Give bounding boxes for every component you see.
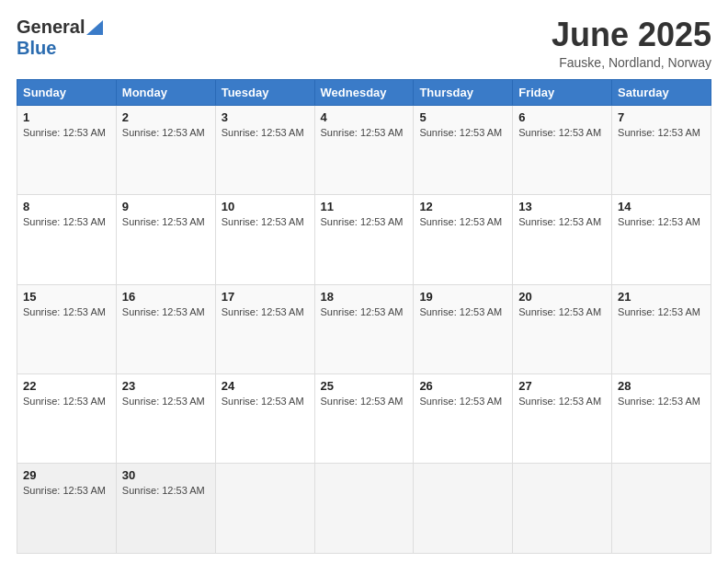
sunrise-time: Sunrise: 12:53 AM bbox=[122, 396, 205, 407]
calendar-cell: 8Sunrise: 12:53 AM bbox=[17, 195, 117, 284]
sunrise-time: Sunrise: 12:53 AM bbox=[419, 127, 502, 138]
logo-blue-text: Blue bbox=[17, 38, 56, 58]
sunrise-time: Sunrise: 12:53 AM bbox=[518, 216, 601, 227]
day-number: 18 bbox=[321, 290, 408, 304]
calendar-cell: 20Sunrise: 12:53 AM bbox=[513, 284, 612, 373]
calendar-cell bbox=[314, 464, 414, 554]
sunrise-time: Sunrise: 12:53 AM bbox=[618, 396, 700, 407]
day-number: 17 bbox=[222, 290, 309, 304]
sunrise-time: Sunrise: 12:53 AM bbox=[419, 306, 502, 317]
header-friday: Friday bbox=[513, 79, 612, 105]
title-area: June 2025 Fauske, Nordland, Norway bbox=[552, 17, 711, 70]
calendar-header: Sunday Monday Tuesday Wednesday Thursday… bbox=[17, 79, 711, 105]
day-number: 2 bbox=[122, 110, 210, 124]
calendar-cell bbox=[414, 464, 513, 554]
sunrise-time: Sunrise: 12:53 AM bbox=[518, 396, 601, 407]
day-number: 26 bbox=[419, 379, 506, 393]
calendar-cell: 10Sunrise: 12:53 AM bbox=[215, 195, 314, 284]
day-number: 8 bbox=[23, 200, 110, 213]
header-tuesday: Tuesday bbox=[215, 79, 314, 105]
location-subtitle: Fauske, Nordland, Norway bbox=[552, 55, 711, 70]
header: General Blue June 2025 Fauske, Nordland,… bbox=[17, 17, 711, 70]
day-number: 15 bbox=[23, 290, 110, 304]
header-sunday: Sunday bbox=[17, 79, 117, 105]
calendar-cell: 21Sunrise: 12:53 AM bbox=[612, 284, 711, 373]
calendar-body: 1Sunrise: 12:53 AM2Sunrise: 12:53 AM3Sun… bbox=[17, 105, 711, 553]
sunrise-time: Sunrise: 12:53 AM bbox=[321, 216, 404, 227]
weekday-header-row: Sunday Monday Tuesday Wednesday Thursday… bbox=[17, 79, 711, 105]
calendar-cell: 1Sunrise: 12:53 AM bbox=[17, 105, 117, 194]
week-row-3: 15Sunrise: 12:53 AM16Sunrise: 12:53 AM17… bbox=[17, 284, 711, 373]
day-number: 24 bbox=[222, 379, 309, 393]
sunrise-time: Sunrise: 12:53 AM bbox=[518, 127, 601, 138]
day-number: 12 bbox=[419, 200, 506, 213]
sunrise-time: Sunrise: 12:53 AM bbox=[618, 306, 700, 317]
day-number: 6 bbox=[518, 110, 606, 124]
calendar-cell: 29Sunrise: 12:53 AM bbox=[17, 464, 117, 554]
calendar-cell: 22Sunrise: 12:53 AM bbox=[17, 374, 117, 464]
day-number: 22 bbox=[23, 379, 110, 393]
day-number: 27 bbox=[518, 379, 606, 393]
sunrise-time: Sunrise: 12:53 AM bbox=[122, 485, 205, 496]
day-number: 21 bbox=[618, 290, 705, 304]
calendar-cell: 16Sunrise: 12:53 AM bbox=[116, 284, 215, 373]
day-number: 11 bbox=[321, 200, 408, 213]
day-number: 9 bbox=[122, 200, 210, 213]
day-number: 3 bbox=[222, 110, 309, 124]
logo-general-text: General bbox=[17, 17, 85, 38]
header-monday: Monday bbox=[116, 79, 215, 105]
day-number: 29 bbox=[23, 468, 110, 482]
day-number: 14 bbox=[618, 200, 705, 213]
day-number: 30 bbox=[122, 468, 210, 482]
sunrise-time: Sunrise: 12:53 AM bbox=[23, 216, 106, 227]
calendar-cell: 28Sunrise: 12:53 AM bbox=[612, 374, 711, 464]
week-row-2: 8Sunrise: 12:53 AM9Sunrise: 12:53 AM10Su… bbox=[17, 195, 711, 284]
sunrise-time: Sunrise: 12:53 AM bbox=[122, 306, 205, 317]
logo: General Blue bbox=[17, 17, 103, 59]
sunrise-time: Sunrise: 12:53 AM bbox=[321, 396, 404, 407]
sunrise-time: Sunrise: 12:53 AM bbox=[419, 396, 502, 407]
sunrise-time: Sunrise: 12:53 AM bbox=[23, 396, 106, 407]
calendar-cell: 24Sunrise: 12:53 AM bbox=[215, 374, 314, 464]
week-row-1: 1Sunrise: 12:53 AM2Sunrise: 12:53 AM3Sun… bbox=[17, 105, 711, 194]
sunrise-time: Sunrise: 12:53 AM bbox=[23, 127, 106, 138]
sunrise-time: Sunrise: 12:53 AM bbox=[222, 396, 304, 407]
header-saturday: Saturday bbox=[612, 79, 711, 105]
calendar-cell: 13Sunrise: 12:53 AM bbox=[513, 195, 612, 284]
calendar-cell: 4Sunrise: 12:53 AM bbox=[314, 105, 414, 194]
sunrise-time: Sunrise: 12:53 AM bbox=[222, 306, 304, 317]
day-number: 13 bbox=[518, 200, 606, 213]
page: General Blue June 2025 Fauske, Nordland,… bbox=[0, 0, 728, 563]
calendar-cell: 18Sunrise: 12:53 AM bbox=[314, 284, 414, 373]
calendar-cell: 25Sunrise: 12:53 AM bbox=[314, 374, 414, 464]
sunrise-time: Sunrise: 12:53 AM bbox=[122, 127, 205, 138]
calendar-cell: 7Sunrise: 12:53 AM bbox=[612, 105, 711, 194]
sunrise-time: Sunrise: 12:53 AM bbox=[618, 216, 700, 227]
calendar-cell: 5Sunrise: 12:53 AM bbox=[414, 105, 513, 194]
sunrise-time: Sunrise: 12:53 AM bbox=[618, 127, 700, 138]
day-number: 4 bbox=[321, 110, 408, 124]
calendar-cell: 2Sunrise: 12:53 AM bbox=[116, 105, 215, 194]
day-number: 23 bbox=[122, 379, 210, 393]
day-number: 7 bbox=[618, 110, 705, 124]
calendar-cell: 23Sunrise: 12:53 AM bbox=[116, 374, 215, 464]
day-number: 16 bbox=[122, 290, 210, 304]
day-number: 1 bbox=[23, 110, 110, 124]
calendar-cell: 15Sunrise: 12:53 AM bbox=[17, 284, 117, 373]
sunrise-time: Sunrise: 12:53 AM bbox=[122, 216, 205, 227]
calendar-cell bbox=[612, 464, 711, 554]
day-number: 5 bbox=[419, 110, 506, 124]
calendar-cell bbox=[215, 464, 314, 554]
sunrise-time: Sunrise: 12:53 AM bbox=[321, 127, 404, 138]
calendar-cell: 3Sunrise: 12:53 AM bbox=[215, 105, 314, 194]
sunrise-time: Sunrise: 12:53 AM bbox=[222, 216, 304, 227]
sunrise-time: Sunrise: 12:53 AM bbox=[23, 485, 106, 496]
calendar-cell bbox=[513, 464, 612, 554]
week-row-5: 29Sunrise: 12:53 AM30Sunrise: 12:53 AM bbox=[17, 464, 711, 554]
calendar-cell: 17Sunrise: 12:53 AM bbox=[215, 284, 314, 373]
calendar-table: Sunday Monday Tuesday Wednesday Thursday… bbox=[17, 79, 711, 554]
day-number: 10 bbox=[222, 200, 309, 213]
sunrise-time: Sunrise: 12:53 AM bbox=[222, 127, 304, 138]
calendar-cell: 9Sunrise: 12:53 AM bbox=[116, 195, 215, 284]
header-thursday: Thursday bbox=[414, 79, 513, 105]
